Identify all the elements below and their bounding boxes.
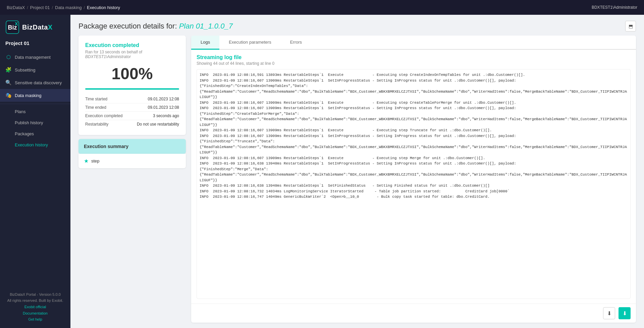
log-line: INFO 2023-01-09 12:08:16,732 14034ms Log… <box>200 189 628 194</box>
exec-detail-restartability: Restartability Do not use restartability <box>85 120 179 128</box>
tab-errors[interactable]: Errors <box>281 36 311 50</box>
breadcrumb-exec-history: Execution history <box>87 5 120 10</box>
sidebar-item-plans[interactable]: Plans <box>0 106 70 117</box>
log-line: INFO 2023-01-09 12:08:16,747 14049ms Gen… <box>200 194 628 200</box>
log-line: INFO 2023-01-09 12:08:16,591 13893ms Res… <box>200 72 628 78</box>
log-line: {"ReadTableName":"Customer","ReadSchemaN… <box>200 116 628 128</box>
page-icon-button[interactable]: ⬒ <box>625 21 636 32</box>
data-management-icon: ⬡ <box>5 54 11 60</box>
execution-summary-title: Execution summary <box>84 144 128 149</box>
page-title-prefix: Package execution details for: <box>78 22 177 30</box>
restartability-label: Restartability <box>85 122 108 127</box>
log-line: {"FinishedStep":"Merge","Data": <box>200 167 628 172</box>
log-line: {"ReadTableName":"Customer","ReadSchemaN… <box>200 172 628 183</box>
log-line: {"ReadTableName":"Customer","ReadSchemaN… <box>200 89 628 100</box>
sidebar-item-sensitive[interactable]: 🔍 Sensitive data discovery <box>0 76 70 89</box>
step-label: step <box>91 158 100 163</box>
sidebar-footer: BizDataX Portal - Version 5.0.0 All righ… <box>0 286 70 328</box>
progress-percent: 100% <box>85 64 179 83</box>
download-teal-button[interactable]: ⬇ <box>619 307 631 319</box>
tab-logs[interactable]: Logs <box>191 36 219 50</box>
log-line: {"ReadTableName":"Customer","ReadSchemaN… <box>200 144 628 155</box>
footer-version: BizDataX Portal - Version 5.0.0 <box>5 291 65 298</box>
log-content[interactable]: INFO 2023-01-09 12:08:16,591 13893ms Res… <box>197 69 631 299</box>
download-button[interactable]: ⬇ <box>603 307 615 319</box>
sidebar-divider <box>0 104 70 104</box>
time-ended-value: 09.01.2023 12:08 <box>148 105 179 110</box>
log-area: Streaming log file Showing 44 out of 44 … <box>191 50 636 303</box>
subsetting-icon: 🧩 <box>5 67 11 73</box>
execution-status-card: Execution completed Ran for 13 seconds o… <box>78 36 186 135</box>
left-panel: Execution completed Ran for 13 seconds o… <box>78 36 186 323</box>
footer-rights: All rights reserved. Built by Exobit. <box>5 297 65 304</box>
time-ended-label: Time ended <box>85 105 106 110</box>
page-icon-glyph: ⬒ <box>629 24 633 29</box>
log-subtitle: Showing 44 out of 44 lines, starting at … <box>197 61 631 66</box>
footer-link-exobit[interactable]: Exobit official <box>5 304 65 310</box>
sidebar: Biz X BizDataX Project 01 ⬡ Data managem… <box>0 15 70 328</box>
exec-detail-time-ended: Time ended 09.01.2023 12:08 <box>85 103 179 112</box>
breadcrumb-bizdatax[interactable]: BizDataX <box>7 5 25 10</box>
logo-text: BizDataX <box>22 24 53 31</box>
log-title: Streaming log file <box>197 54 631 60</box>
tab-execution-parameters[interactable]: Execution parameters <box>219 36 280 50</box>
sidebar-item-label-data-management: Data management <box>15 55 51 60</box>
breadcrumb-sep-1: / <box>27 5 28 10</box>
content-body: Execution completed Ran for 13 seconds o… <box>70 36 644 328</box>
log-line: {"FinishedStep":"CreateIndexOnTempTables… <box>200 83 628 89</box>
footer-link-docs[interactable]: Documentation <box>5 310 65 317</box>
exec-status-title: Execution completed <box>85 42 179 48</box>
log-line: INFO 2023-01-09 12:08:16,607 13909ms Res… <box>200 78 628 84</box>
sidebar-item-publish-history[interactable]: Publish history <box>0 117 70 128</box>
exec-completed-value: 3 seconds ago <box>153 113 179 118</box>
time-started-label: Time started <box>85 97 107 101</box>
breadcrumb-masking[interactable]: Data masking <box>55 5 82 10</box>
star-icon: ★ <box>84 158 89 164</box>
footer-link-help[interactable]: Get help <box>5 316 65 323</box>
svg-text:X: X <box>15 21 18 27</box>
breadcrumb-sep-3: / <box>84 5 85 10</box>
sidebar-item-subsetting[interactable]: 🧩 Subsetting <box>0 63 70 76</box>
log-line: INFO 2023-01-09 12:08:16,607 13909ms Res… <box>200 155 628 161</box>
user-label: BDXTEST1\Administrator <box>592 5 637 10</box>
top-nav: BizDataX / Project 01 / Data masking / E… <box>0 0 644 15</box>
exec-ran-for-user: BDXTEST1\Administrator <box>85 54 131 59</box>
execution-summary-body: ★ step <box>78 154 186 168</box>
log-line: INFO 2023-01-09 12:08:16,607 13909ms Res… <box>200 128 628 133</box>
project-title: Project 01 <box>0 37 70 51</box>
download-icon: ⬇ <box>607 310 611 317</box>
breadcrumb: BizDataX / Project 01 / Data masking / E… <box>7 5 120 10</box>
exec-completed-label: Execution completed <box>85 113 122 118</box>
exec-detail-completed: Execution completed 3 seconds ago <box>85 112 179 120</box>
sidebar-item-label-masking: Data masking <box>15 93 41 98</box>
bottom-actions: ⬇ ⬇ <box>191 303 636 323</box>
logo-icon: Biz X <box>5 20 19 34</box>
sidebar-item-packages[interactable]: Packages <box>0 128 70 139</box>
sidebar-item-execution-history[interactable]: Execution history <box>0 139 70 150</box>
sidebar-logo: Biz X BizDataX <box>0 15 70 37</box>
right-panel: Logs Execution parameters Errors Streami… <box>191 36 636 323</box>
log-line: INFO 2023-01-09 12:08:16,638 13940ms Res… <box>200 183 628 189</box>
page-title: Package execution details for: Plan 01_1… <box>78 22 233 31</box>
sidebar-item-data-management[interactable]: ⬡ Data management <box>0 51 70 63</box>
sensitive-icon: 🔍 <box>5 80 11 86</box>
plan-name: Plan 01_1.0.0_7 <box>179 22 233 30</box>
data-masking-icon: 🎭 <box>5 92 11 98</box>
log-line: INFO 2023-01-09 12:08:16,607 13909ms Res… <box>200 100 628 106</box>
restartability-value: Do not use restartability <box>137 122 179 127</box>
execution-summary-header: Execution summary <box>78 139 186 154</box>
sidebar-item-label-subsetting: Subsetting <box>15 67 35 73</box>
log-line: INFO 2023-01-09 12:08:16,638 13940ms Res… <box>200 161 628 167</box>
breadcrumb-project[interactable]: Project 01 <box>30 5 50 10</box>
exec-ran-for-text: Ran for 13 seconds on behalf of <box>85 50 142 54</box>
sidebar-item-label-sensitive: Sensitive data discovery <box>15 80 62 85</box>
sidebar-item-data-masking[interactable]: 🎭 Data masking <box>0 89 70 102</box>
exec-ran-for: Ran for 13 seconds on behalf of BDXTEST1… <box>85 50 179 59</box>
download-teal-icon: ⬇ <box>623 310 627 317</box>
time-started-value: 09.01.2023 12:08 <box>148 97 179 101</box>
log-line: INFO 2023-01-09 12:08:16,607 13909ms Res… <box>200 105 628 111</box>
log-line: {"FinishedStep":"Truncate","Data": <box>200 139 628 144</box>
tabs-row: Logs Execution parameters Errors <box>191 36 636 50</box>
progress-bar-wrap <box>85 88 179 90</box>
main-content: Package execution details for: Plan 01_1… <box>70 15 644 328</box>
